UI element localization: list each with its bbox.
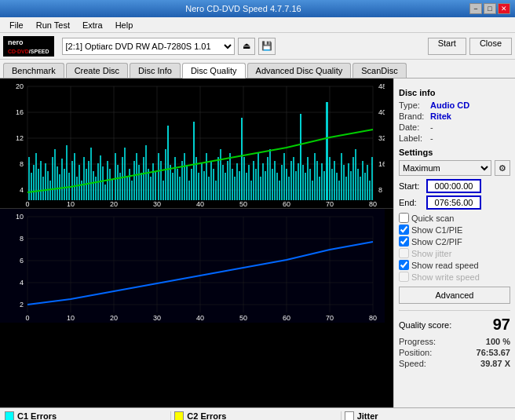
svg-rect-131 bbox=[260, 177, 261, 200]
minimize-button[interactable]: − bbox=[469, 3, 482, 14]
svg-text:40: 40 bbox=[196, 314, 204, 322]
svg-rect-96 bbox=[177, 169, 178, 200]
menu-extra[interactable]: Extra bbox=[76, 19, 109, 31]
svg-rect-90 bbox=[163, 181, 164, 200]
c1-title: C1 Errors bbox=[17, 411, 57, 420]
show-jitter-checkbox[interactable] bbox=[399, 248, 409, 258]
advanced-button[interactable]: Advanced bbox=[399, 287, 510, 304]
svg-rect-152 bbox=[309, 169, 311, 200]
svg-text:40: 40 bbox=[196, 200, 204, 208]
svg-text:2: 2 bbox=[20, 301, 24, 309]
drive-selector[interactable]: [2:1] Optiarc DVD RW AD-7280S 1.01 bbox=[62, 38, 235, 55]
speed-select[interactable]: Maximum bbox=[399, 160, 491, 176]
svg-rect-165 bbox=[341, 153, 342, 200]
show-c1-checkbox[interactable] bbox=[399, 225, 409, 235]
svg-rect-157 bbox=[321, 163, 323, 200]
tab-benchmark[interactable]: Benchmark bbox=[3, 63, 64, 78]
svg-rect-159 bbox=[326, 102, 328, 200]
svg-rect-127 bbox=[250, 181, 252, 200]
show-jitter-label: Show jitter bbox=[411, 249, 451, 258]
svg-rect-176 bbox=[367, 165, 368, 200]
tab-disc-quality[interactable]: Disc Quality bbox=[182, 63, 246, 79]
svg-text:12: 12 bbox=[16, 134, 24, 142]
maximize-button[interactable]: □ bbox=[484, 3, 496, 14]
svg-rect-112 bbox=[215, 181, 217, 200]
tab-advanced-disc-quality[interactable]: Advanced Disc Quality bbox=[247, 63, 352, 78]
svg-text:70: 70 bbox=[326, 314, 334, 322]
close-button[interactable]: ✕ bbox=[498, 3, 510, 14]
end-time-input[interactable] bbox=[426, 195, 481, 210]
svg-rect-75 bbox=[126, 177, 128, 200]
svg-rect-113 bbox=[217, 157, 219, 200]
show-c2-checkbox[interactable] bbox=[399, 236, 409, 247]
toolbar-close-button[interactable]: Close bbox=[469, 38, 512, 55]
title-bar: Nero CD-DVD Speed 4.7.7.16 − □ ✕ bbox=[0, 0, 515, 17]
svg-rect-43 bbox=[49, 181, 51, 200]
svg-rect-109 bbox=[208, 177, 210, 200]
svg-rect-168 bbox=[348, 163, 349, 200]
svg-text:60: 60 bbox=[283, 314, 290, 322]
quick-scan-checkbox[interactable] bbox=[399, 213, 409, 223]
svg-rect-150 bbox=[305, 173, 306, 200]
svg-rect-154 bbox=[314, 153, 316, 200]
tab-create-disc[interactable]: Create Disc bbox=[66, 63, 128, 78]
svg-rect-160 bbox=[329, 157, 331, 200]
show-read-speed-checkbox[interactable] bbox=[399, 260, 409, 270]
tab-scan-disc[interactable]: ScanDisc bbox=[352, 63, 406, 78]
svg-rect-147 bbox=[298, 163, 299, 200]
menu-run-test[interactable]: Run Test bbox=[30, 19, 76, 31]
svg-text:70: 70 bbox=[326, 200, 334, 208]
svg-rect-170 bbox=[352, 157, 354, 200]
disc-label-value: - bbox=[430, 133, 510, 143]
show-c1-label: Show C1/PIE bbox=[411, 225, 462, 235]
svg-rect-116 bbox=[225, 173, 226, 200]
progress-label: Progress: bbox=[399, 337, 436, 346]
main-content: 20 16 12 8 4 48 40 32 16 8 0 10 20 30 40… bbox=[0, 78, 515, 407]
tab-disc-info[interactable]: Disc Info bbox=[130, 63, 181, 78]
svg-text:30: 30 bbox=[153, 200, 161, 208]
svg-rect-111 bbox=[213, 169, 214, 200]
svg-rect-129 bbox=[255, 169, 257, 200]
svg-rect-132 bbox=[262, 163, 264, 200]
eject-button[interactable]: ⏏ bbox=[238, 38, 255, 55]
show-write-speed-label: Show write speed bbox=[411, 272, 480, 282]
svg-rect-70 bbox=[115, 153, 116, 200]
svg-rect-137 bbox=[274, 161, 276, 200]
menu-file[interactable]: File bbox=[3, 19, 30, 31]
svg-rect-91 bbox=[165, 149, 166, 200]
start-time-row: Start: bbox=[399, 179, 510, 193]
save-button[interactable]: 💾 bbox=[258, 38, 276, 55]
menu-help[interactable]: Help bbox=[109, 19, 140, 31]
svg-rect-72 bbox=[119, 173, 121, 200]
svg-rect-71 bbox=[117, 165, 119, 200]
show-write-speed-checkbox[interactable] bbox=[399, 272, 409, 282]
svg-rect-120 bbox=[234, 177, 236, 200]
svg-rect-169 bbox=[350, 171, 352, 200]
settings-icon-button[interactable]: ⚙ bbox=[495, 160, 510, 176]
svg-rect-175 bbox=[364, 173, 366, 200]
svg-rect-122 bbox=[239, 171, 240, 200]
svg-rect-174 bbox=[362, 161, 363, 200]
svg-rect-100 bbox=[186, 165, 188, 200]
quality-score-value: 97 bbox=[493, 316, 510, 334]
top-chart: 20 16 12 8 4 48 40 32 16 8 0 10 20 30 40… bbox=[0, 79, 393, 209]
svg-rect-41 bbox=[45, 163, 46, 200]
svg-rect-60 bbox=[90, 148, 92, 200]
start-button[interactable]: Start bbox=[428, 38, 466, 55]
svg-rect-126 bbox=[248, 165, 250, 200]
svg-rect-77 bbox=[131, 181, 133, 200]
end-time-row: End: bbox=[399, 195, 510, 210]
end-label: End: bbox=[399, 198, 426, 207]
svg-rect-94 bbox=[172, 173, 173, 200]
disc-label-label: Label: bbox=[399, 133, 430, 143]
svg-rect-142 bbox=[286, 169, 287, 200]
svg-rect-117 bbox=[227, 161, 228, 200]
svg-text:0: 0 bbox=[25, 314, 29, 322]
svg-rect-138 bbox=[276, 173, 278, 200]
c1-color-indicator bbox=[5, 411, 14, 420]
show-read-speed-label: Show read speed bbox=[411, 261, 479, 270]
svg-rect-115 bbox=[222, 165, 224, 200]
speed-label: Speed: bbox=[399, 359, 426, 368]
start-time-input[interactable] bbox=[426, 179, 481, 193]
svg-rect-88 bbox=[158, 153, 159, 200]
